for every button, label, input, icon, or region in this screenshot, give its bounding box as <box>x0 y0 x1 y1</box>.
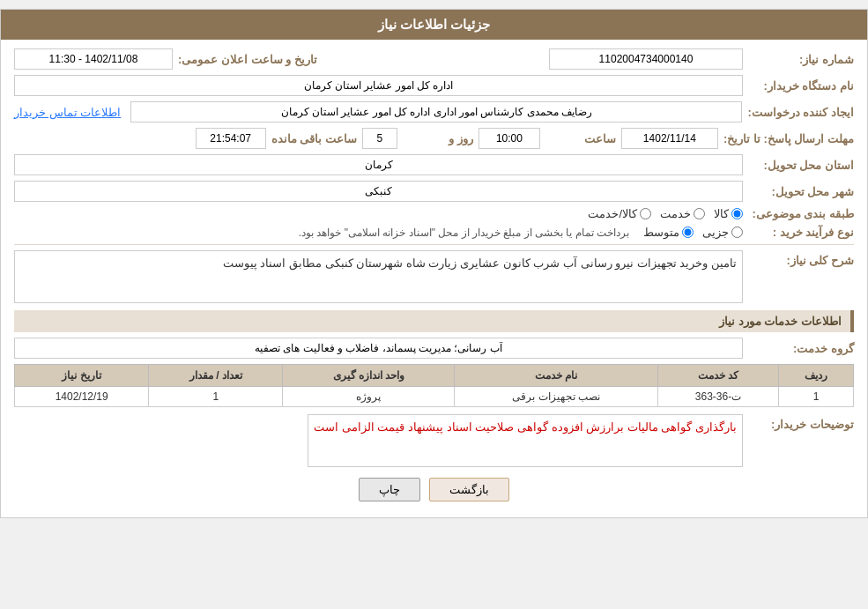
row-service-group: گروه خدمت: <box>14 338 854 359</box>
col-service-code: کد خدمت <box>657 365 778 387</box>
delivery-city-label: شهر محل تحویل: <box>748 185 854 198</box>
row-purchase-type: نوع فرآیند خرید : جزیی متوسط برداخت تمام… <box>14 226 854 239</box>
datetime-input[interactable] <box>14 48 173 70</box>
page-title: جزئیات اطلاعات نیاز <box>378 17 490 32</box>
deadline-remaining-label: ساعت باقی مانده <box>271 132 357 145</box>
datetime-label: تاریخ و ساعت اعلان عمومی: <box>178 53 317 66</box>
category-service-radio[interactable] <box>694 208 705 219</box>
delivery-city-input[interactable] <box>14 181 743 202</box>
purchase-type-radio-group: جزیی متوسط <box>643 226 743 239</box>
content-area: شماره نیاز: تاریخ و ساعت اعلان عمومی: نا… <box>1 40 867 517</box>
purchase-partial-item: جزیی <box>702 226 743 239</box>
row-city: شهر محل تحویل: <box>14 181 854 202</box>
deadline-time-label: ساعت <box>545 132 616 145</box>
table-row: 1 ت-36-363 نصب تجهیزات برقی پروژه 1 1402… <box>15 387 854 407</box>
need-number-label: شماره نیاز: <box>748 53 854 66</box>
row-need-description: شرح کلی نیاز: تامین وخرید تجهیزات نیرو ر… <box>14 250 854 303</box>
need-description-label: شرح کلی نیاز: <box>748 250 854 267</box>
row-creator: ایجاد کننده درخواست: اطلاعات تماس خریدار <box>14 101 854 123</box>
category-goods-item: کالا <box>714 207 743 220</box>
cell-service-code: ت-36-363 <box>657 387 778 407</box>
creator-input[interactable] <box>130 101 742 123</box>
purchase-medium-item: متوسط <box>643 226 694 239</box>
deadline-day-label: روز و <box>403 132 473 145</box>
buyer-org-label: نام دستگاه خریدار: <box>748 79 854 93</box>
col-unit: واحد اندازه گیری <box>283 365 455 387</box>
need-description-box: تامین وخرید تجهیزات نیرو رسانی آب شرب کا… <box>14 250 743 303</box>
purchase-medium-radio[interactable] <box>682 227 694 238</box>
category-goods-service-item: کالا/خدمت <box>588 207 651 220</box>
category-goods-label: کالا <box>714 207 729 220</box>
deadline-days-input[interactable] <box>362 128 397 149</box>
back-button[interactable]: بازگشت <box>429 478 509 501</box>
category-service-item: خدمت <box>660 207 705 220</box>
purchase-partial-radio[interactable] <box>731 227 743 238</box>
purchase-note: برداخت تمام یا بخشی از مبلغ خریدار از مح… <box>299 227 629 239</box>
category-goods-service-radio[interactable] <box>640 208 651 219</box>
service-group-input[interactable] <box>14 338 743 359</box>
services-section-title: اطلاعات خدمات مورد نیاز <box>14 310 854 332</box>
deadline-label: مهلت ارسال پاسخ: تا تاریخ: <box>723 132 854 145</box>
purchase-partial-label: جزیی <box>702 226 729 239</box>
col-date: تاریخ نیاز <box>15 365 149 387</box>
need-number-input[interactable] <box>549 48 743 70</box>
buyer-org-input[interactable] <box>14 75 743 96</box>
col-quantity: تعداد / مقدار <box>149 365 283 387</box>
page-header: جزئیات اطلاعات نیاز <box>1 10 867 40</box>
cell-date: 1402/12/19 <box>15 387 149 407</box>
deadline-time-input[interactable] <box>479 128 540 149</box>
col-row-num: ردیف <box>779 365 854 387</box>
category-goods-radio[interactable] <box>731 208 743 219</box>
creator-label: ایجاد کننده درخواست: <box>747 106 854 119</box>
cell-service-name: نصب تجهیزات برقی <box>455 387 658 407</box>
row-buyer-notes: توضیحات خریدار: بارگذاری گواهی مالیات بر… <box>14 414 854 467</box>
category-goods-service-label: کالا/خدمت <box>588 207 637 220</box>
buyer-notes-box: بارگذاری گواهی مالیات برارزش افزوده گواه… <box>308 414 743 467</box>
row-province: استان محل تحویل: <box>14 154 854 175</box>
deadline-remaining-input[interactable] <box>196 128 266 149</box>
cell-row-num: 1 <box>779 387 854 407</box>
delivery-province-label: استان محل تحویل: <box>748 159 854 172</box>
print-button[interactable]: چاپ <box>359 478 420 501</box>
category-radio-group: کالا خدمت کالا/خدمت <box>588 207 743 220</box>
category-service-label: خدمت <box>660 207 691 220</box>
service-group-label: گروه خدمت: <box>748 342 854 355</box>
cell-quantity: 1 <box>149 387 283 407</box>
category-label: طبقه بندی موضوعی: <box>748 207 854 220</box>
col-service-name: نام خدمت <box>455 365 658 387</box>
row-deadline: مهلت ارسال پاسخ: تا تاریخ: ساعت روز و سا… <box>14 128 854 149</box>
buttons-row: بازگشت چاپ <box>14 478 854 501</box>
row-category: طبقه بندی موضوعی: کالا خدمت کالا/خدمت <box>14 207 854 220</box>
delivery-province-input[interactable] <box>14 154 743 175</box>
row-buyer-org: نام دستگاه خریدار: <box>14 75 854 96</box>
services-table: ردیف کد خدمت نام خدمت واحد اندازه گیری ت… <box>14 364 854 407</box>
contact-info-link[interactable]: اطلاعات تماس خریدار <box>14 106 121 119</box>
deadline-date-input[interactable] <box>621 128 718 149</box>
page-wrapper: جزئیات اطلاعات نیاز شماره نیاز: تاریخ و … <box>0 9 868 518</box>
cell-unit: پروژه <box>283 387 455 407</box>
buyer-notes-label: توضیحات خریدار: <box>748 414 854 431</box>
buyer-notes-text: بارگذاری گواهی مالیات برارزش افزوده گواه… <box>314 420 737 434</box>
services-table-wrapper: ردیف کد خدمت نام خدمت واحد اندازه گیری ت… <box>14 364 854 407</box>
purchase-medium-label: متوسط <box>643 226 679 239</box>
need-description-text: تامین وخرید تجهیزات نیرو رسانی آب شرب کا… <box>223 256 737 270</box>
table-header-row: ردیف کد خدمت نام خدمت واحد اندازه گیری ت… <box>15 365 854 387</box>
purchase-type-label: نوع فرآیند خرید : <box>748 226 854 239</box>
row-need-number: شماره نیاز: تاریخ و ساعت اعلان عمومی: <box>14 48 854 70</box>
